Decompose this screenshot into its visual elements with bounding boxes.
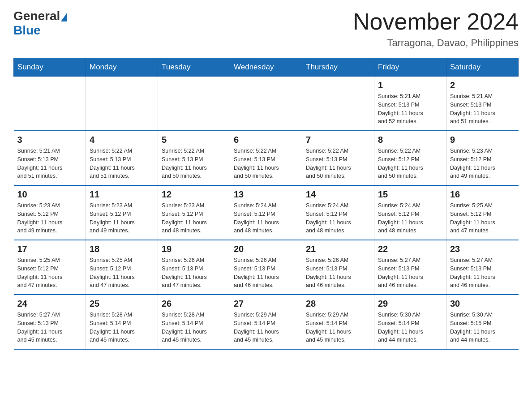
calendar-cell: 1Sunrise: 5:21 AMSunset: 5:13 PMDaylight…	[374, 77, 446, 131]
weekday-header-row: SundayMondayTuesdayWednesdayThursdayFrid…	[14, 58, 519, 77]
day-info: Sunrise: 5:22 AMSunset: 5:13 PMDaylight:…	[306, 147, 370, 180]
day-number: 24	[17, 299, 82, 309]
calendar-cell: 13Sunrise: 5:24 AMSunset: 5:12 PMDayligh…	[230, 185, 302, 240]
logo-general-text: General	[13, 9, 60, 23]
day-number: 28	[306, 299, 370, 309]
calendar-cell: 10Sunrise: 5:23 AMSunset: 5:12 PMDayligh…	[14, 185, 86, 240]
day-number: 12	[162, 189, 226, 200]
day-number: 3	[17, 135, 82, 145]
day-number: 25	[90, 299, 154, 309]
day-info: Sunrise: 5:23 AMSunset: 5:12 PMDaylight:…	[450, 147, 515, 180]
day-info: Sunrise: 5:22 AMSunset: 5:12 PMDaylight:…	[378, 147, 442, 180]
day-info: Sunrise: 5:21 AMSunset: 5:13 PMDaylight:…	[450, 92, 515, 126]
day-info: Sunrise: 5:26 AMSunset: 5:13 PMDaylight:…	[306, 256, 370, 290]
day-number: 22	[378, 244, 442, 254]
calendar-week-5: 24Sunrise: 5:27 AMSunset: 5:13 PMDayligh…	[14, 295, 519, 349]
day-info: Sunrise: 5:22 AMSunset: 5:13 PMDaylight:…	[234, 147, 298, 180]
calendar-cell: 7Sunrise: 5:22 AMSunset: 5:13 PMDaylight…	[302, 131, 374, 185]
day-info: Sunrise: 5:30 AMSunset: 5:15 PMDaylight:…	[450, 311, 515, 344]
logo-blue-text: Blue	[13, 23, 41, 38]
day-number: 15	[378, 189, 442, 200]
day-number: 17	[17, 244, 82, 254]
weekday-header-monday: Monday	[86, 58, 158, 77]
day-number: 13	[234, 189, 298, 200]
day-number: 27	[234, 299, 298, 309]
calendar-cell: 24Sunrise: 5:27 AMSunset: 5:13 PMDayligh…	[14, 295, 86, 349]
day-info: Sunrise: 5:21 AMSunset: 5:13 PMDaylight:…	[17, 147, 82, 180]
day-number: 26	[162, 299, 226, 309]
day-number: 9	[450, 135, 515, 145]
weekday-header-wednesday: Wednesday	[230, 58, 302, 77]
calendar-cell: 3Sunrise: 5:21 AMSunset: 5:13 PMDaylight…	[14, 131, 86, 185]
weekday-header-saturday: Saturday	[446, 58, 519, 77]
day-number: 11	[90, 189, 154, 200]
calendar-cell: 2Sunrise: 5:21 AMSunset: 5:13 PMDaylight…	[446, 77, 519, 131]
calendar-table: SundayMondayTuesdayWednesdayThursdayFrid…	[13, 58, 519, 350]
calendar-cell: 14Sunrise: 5:24 AMSunset: 5:12 PMDayligh…	[302, 185, 374, 240]
day-number: 29	[378, 299, 442, 309]
day-number: 23	[450, 244, 515, 254]
calendar-cell: 21Sunrise: 5:26 AMSunset: 5:13 PMDayligh…	[302, 240, 374, 295]
logo-arrow-icon	[61, 13, 67, 21]
day-info: Sunrise: 5:25 AMSunset: 5:12 PMDaylight:…	[17, 256, 82, 290]
calendar-cell: 11Sunrise: 5:23 AMSunset: 5:12 PMDayligh…	[86, 185, 158, 240]
calendar-cell: 17Sunrise: 5:25 AMSunset: 5:12 PMDayligh…	[14, 240, 86, 295]
day-info: Sunrise: 5:24 AMSunset: 5:12 PMDaylight:…	[234, 201, 298, 235]
calendar-cell: 12Sunrise: 5:23 AMSunset: 5:12 PMDayligh…	[158, 185, 230, 240]
day-number: 21	[306, 244, 370, 254]
day-info: Sunrise: 5:29 AMSunset: 5:14 PMDaylight:…	[306, 311, 370, 344]
weekday-header-friday: Friday	[374, 58, 446, 77]
calendar-week-4: 17Sunrise: 5:25 AMSunset: 5:12 PMDayligh…	[14, 240, 519, 295]
calendar-cell	[230, 77, 302, 131]
calendar-cell: 26Sunrise: 5:28 AMSunset: 5:14 PMDayligh…	[158, 295, 230, 349]
day-number: 10	[17, 189, 82, 200]
day-number: 4	[90, 135, 154, 145]
calendar-cell: 19Sunrise: 5:26 AMSunset: 5:13 PMDayligh…	[158, 240, 230, 295]
calendar-cell: 18Sunrise: 5:25 AMSunset: 5:12 PMDayligh…	[86, 240, 158, 295]
day-info: Sunrise: 5:25 AMSunset: 5:12 PMDaylight:…	[450, 201, 515, 235]
day-number: 7	[306, 135, 370, 145]
calendar-week-3: 10Sunrise: 5:23 AMSunset: 5:12 PMDayligh…	[14, 185, 519, 240]
calendar-week-2: 3Sunrise: 5:21 AMSunset: 5:13 PMDaylight…	[14, 131, 519, 185]
day-info: Sunrise: 5:24 AMSunset: 5:12 PMDaylight:…	[306, 201, 370, 235]
day-info: Sunrise: 5:23 AMSunset: 5:12 PMDaylight:…	[90, 201, 154, 235]
calendar-cell: 16Sunrise: 5:25 AMSunset: 5:12 PMDayligh…	[446, 185, 519, 240]
day-number: 18	[90, 244, 154, 254]
day-number: 19	[162, 244, 226, 254]
day-info: Sunrise: 5:23 AMSunset: 5:12 PMDaylight:…	[17, 201, 82, 235]
day-info: Sunrise: 5:30 AMSunset: 5:14 PMDaylight:…	[378, 311, 442, 344]
day-info: Sunrise: 5:27 AMSunset: 5:13 PMDaylight:…	[450, 256, 515, 290]
calendar-cell: 30Sunrise: 5:30 AMSunset: 5:15 PMDayligh…	[446, 295, 519, 349]
day-info: Sunrise: 5:26 AMSunset: 5:13 PMDaylight:…	[234, 256, 298, 290]
calendar-cell	[302, 77, 374, 131]
header: General Blue November 2024 Tarragona, Da…	[13, 9, 519, 49]
calendar-cell: 15Sunrise: 5:24 AMSunset: 5:12 PMDayligh…	[374, 185, 446, 240]
weekday-header-sunday: Sunday	[14, 58, 86, 77]
logo: General Blue	[13, 9, 67, 38]
calendar-cell: 9Sunrise: 5:23 AMSunset: 5:12 PMDaylight…	[446, 131, 519, 185]
day-number: 14	[306, 189, 370, 200]
day-info: Sunrise: 5:23 AMSunset: 5:12 PMDaylight:…	[162, 201, 226, 235]
calendar-cell: 28Sunrise: 5:29 AMSunset: 5:14 PMDayligh…	[302, 295, 374, 349]
weekday-header-thursday: Thursday	[302, 58, 374, 77]
calendar-cell: 29Sunrise: 5:30 AMSunset: 5:14 PMDayligh…	[374, 295, 446, 349]
title-area: November 2024 Tarragona, Davao, Philippi…	[353, 9, 519, 49]
calendar-cell: 20Sunrise: 5:26 AMSunset: 5:13 PMDayligh…	[230, 240, 302, 295]
day-info: Sunrise: 5:21 AMSunset: 5:13 PMDaylight:…	[378, 92, 442, 126]
weekday-header-tuesday: Tuesday	[158, 58, 230, 77]
day-number: 6	[234, 135, 298, 145]
day-number: 30	[450, 299, 515, 309]
day-number: 5	[162, 135, 226, 145]
day-number: 1	[378, 80, 442, 90]
day-info: Sunrise: 5:25 AMSunset: 5:12 PMDaylight:…	[90, 256, 154, 290]
day-info: Sunrise: 5:22 AMSunset: 5:13 PMDaylight:…	[162, 147, 226, 180]
calendar-cell	[86, 77, 158, 131]
calendar-cell: 22Sunrise: 5:27 AMSunset: 5:13 PMDayligh…	[374, 240, 446, 295]
day-number: 8	[378, 135, 442, 145]
day-info: Sunrise: 5:29 AMSunset: 5:14 PMDaylight:…	[234, 311, 298, 344]
day-number: 2	[450, 80, 515, 90]
calendar-cell	[14, 77, 86, 131]
calendar-cell: 5Sunrise: 5:22 AMSunset: 5:13 PMDaylight…	[158, 131, 230, 185]
calendar-cell: 25Sunrise: 5:28 AMSunset: 5:14 PMDayligh…	[86, 295, 158, 349]
day-info: Sunrise: 5:27 AMSunset: 5:13 PMDaylight:…	[378, 256, 442, 290]
